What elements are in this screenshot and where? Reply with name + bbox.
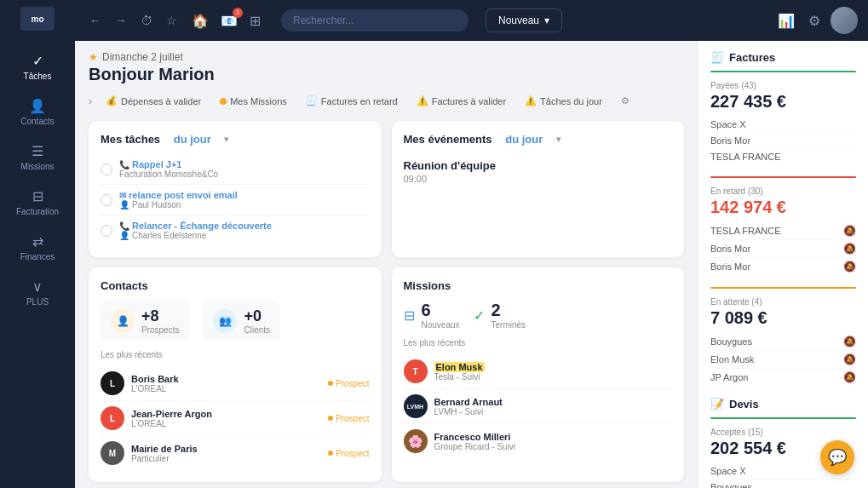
forward-button[interactable]: → xyxy=(111,11,131,30)
facture-group-payees: Payées (43) 227 435 € Space X Boris Mor … xyxy=(710,81,856,164)
quick-link-taches-jour[interactable]: ⚠️ Tâches du jour xyxy=(520,93,607,109)
grid-icon-button[interactable]: ⊞ xyxy=(246,9,264,32)
divider-devis xyxy=(710,417,856,419)
divider-payees xyxy=(710,71,856,72)
mail-icon-button[interactable]: 📧 3 xyxy=(217,9,241,32)
quick-link-settings[interactable]: ⚙ xyxy=(616,93,635,109)
sidebar-item-label-missions: Missions xyxy=(21,162,55,171)
greeting-date: ★ Dimanche 2 juillet xyxy=(89,51,684,63)
task-item: 📞 Relancer - Échange découverte 👤 Charle… xyxy=(101,215,370,245)
contact-badge: Prospect xyxy=(328,379,369,388)
tasks-card: Mes tâches du jour ▾ 📞 Rappel J+1 Factur… xyxy=(89,121,382,257)
chat-icon: 💬 xyxy=(828,448,847,467)
quick-link-depenses[interactable]: 💰 Dépenses à valider xyxy=(101,93,206,109)
quick-link-missions[interactable]: Mes Missions xyxy=(215,94,292,109)
sidebar-item-label-finances: Finances xyxy=(20,252,55,261)
facture-item: TESLA FRANCE xyxy=(710,149,856,164)
facture-group-retard: En retard (30) 142 974 € TESLA FRANCE 🔕 … xyxy=(710,187,856,275)
missions-card: Missions ⊟ 6 Nouveaux ✓ xyxy=(392,267,685,482)
contact-item: M Mairie de Paris Particulier Prospect xyxy=(101,436,370,470)
invoice-icon: ⊟ xyxy=(32,188,43,204)
task-checkbox-0[interactable] xyxy=(101,164,112,175)
contact-avatar: L xyxy=(101,406,124,430)
new-button[interactable]: Nouveau ▾ xyxy=(486,9,562,32)
sidebar-item-contacts[interactable]: 👤 Contacts xyxy=(0,91,75,133)
mission-item: LVMH Bernard Arnaut LVMH - Suivi xyxy=(404,389,673,424)
quick-link-factures-retard[interactable]: 🧾 Factures en retard xyxy=(301,93,403,109)
sidebar-item-label-taches: Tâches xyxy=(24,72,52,81)
recent-label: Les plus récents xyxy=(101,350,370,359)
group-label: En retard (30) xyxy=(710,187,856,196)
sidebar-item-label-plus: PLUS xyxy=(26,297,49,307)
money-icon: 💰 xyxy=(106,95,118,106)
person-icon: 👤 xyxy=(119,200,129,210)
divider-retard xyxy=(710,176,856,178)
prospects-icon: 👤 xyxy=(111,309,135,333)
mission-item: T Elon Musk Tesla - Suivi xyxy=(404,354,673,389)
content-area: ★ Dimanche 2 juillet Bonjour Marion › 💰 … xyxy=(75,41,868,488)
star-button[interactable]: ☆ xyxy=(162,11,181,30)
chevron-icon: ▾ xyxy=(556,135,560,144)
star-icon: ★ xyxy=(89,51,98,63)
settings-icon-button[interactable]: ⚙ xyxy=(805,9,824,32)
sidebar-item-missions[interactable]: ☰ Missions xyxy=(0,136,75,178)
contacts-card-title: Contacts xyxy=(101,279,370,292)
devis-title: 📝 Devis xyxy=(710,398,856,410)
clock-button[interactable]: ⏱ xyxy=(136,11,157,30)
alert-icon: ⚠️ xyxy=(525,95,537,106)
factures-title: 🧾 Factures xyxy=(710,51,856,64)
page-title: Bonjour Marion xyxy=(89,65,684,84)
facture-item: Elon Musk 🔕 xyxy=(710,351,856,369)
back-button[interactable]: ← xyxy=(85,11,106,30)
topbar-app-icons: 🏠 📧 3 ⊞ xyxy=(188,9,264,32)
contact-badge: Prospect xyxy=(328,449,369,458)
dot-icon xyxy=(220,98,227,105)
group-amount: 7 089 € xyxy=(710,308,856,328)
chevron-down-icon: ▾ xyxy=(544,14,549,26)
person-icon: 👤 xyxy=(119,231,129,240)
avatar-image xyxy=(831,7,858,34)
task-checkbox-2[interactable] xyxy=(101,225,112,237)
warning-icon: 🔕 xyxy=(843,261,856,273)
phone-icon: 📞 xyxy=(119,221,129,231)
recent-label: Les plus récents xyxy=(404,338,673,347)
quick-link-factures-valider[interactable]: ⚠️ Factures à valider xyxy=(411,93,511,109)
search-input[interactable] xyxy=(281,9,468,32)
mail-icon: ✉ xyxy=(119,191,126,200)
invoice-icon: 🧾 xyxy=(306,95,318,106)
mission-stats: ⊟ 6 Nouveaux ✓ 2 Terminés xyxy=(404,301,673,330)
avatar[interactable] xyxy=(831,7,858,34)
right-panel: 🧾 Factures Payées (43) 227 435 € Space X… xyxy=(698,41,868,488)
sidebar-item-taches[interactable]: ✓ Tâches xyxy=(0,46,75,88)
home-icon-button[interactable]: 🏠 xyxy=(188,9,212,32)
app-logo: mo xyxy=(20,7,55,31)
quick-links: › 💰 Dépenses à valider Mes Missions 🧾 Fa… xyxy=(89,93,684,109)
task-item: 📞 Rappel J+1 Facturation Momoshe&Co xyxy=(101,154,370,185)
check-icon: ✓ xyxy=(32,53,43,69)
task-checkbox-1[interactable] xyxy=(101,194,112,206)
group-amount: 142 974 € xyxy=(710,198,856,217)
sidebar-item-finances[interactable]: ⇄ Finances xyxy=(0,227,75,268)
divider-attente xyxy=(710,287,856,289)
mission-stat-done: ✓ 2 Terminés xyxy=(474,301,526,330)
topbar: ← → ⏱ ☆ 🏠 📧 3 ⊞ Nouveau ▾ 📊 ⚙ xyxy=(75,0,868,41)
devis-icon: 📝 xyxy=(710,398,724,410)
sidebar-item-facturation[interactable]: ⊟ Facturation xyxy=(0,181,75,223)
quick-link-arrow: › xyxy=(89,95,92,107)
warning-icon: 🔕 xyxy=(843,243,856,255)
chat-button[interactable]: 💬 xyxy=(820,440,854,474)
mission-avatar: T xyxy=(404,359,428,383)
sidebar-item-plus[interactable]: ∨ PLUS xyxy=(0,272,75,313)
invoice-icon: 🧾 xyxy=(710,51,724,64)
events-card-title: Mes événements du jour ▾ xyxy=(404,133,673,146)
chart-icon-button[interactable]: 📊 xyxy=(774,9,798,32)
facture-item: Boris Mor 🔕 xyxy=(710,258,856,275)
tasks-events-grid: Mes tâches du jour ▾ 📞 Rappel J+1 Factur… xyxy=(89,121,684,257)
user-icon: 👤 xyxy=(29,98,46,114)
gear-icon: ⚙ xyxy=(621,95,629,106)
facture-item: Boris Mor 🔕 xyxy=(710,240,856,258)
missions-card-title: Missions xyxy=(404,279,673,292)
clients-stat: 👥 +0 Clients xyxy=(203,301,280,342)
list-icon: ⊟ xyxy=(404,307,415,324)
list-icon: ☰ xyxy=(32,143,43,159)
